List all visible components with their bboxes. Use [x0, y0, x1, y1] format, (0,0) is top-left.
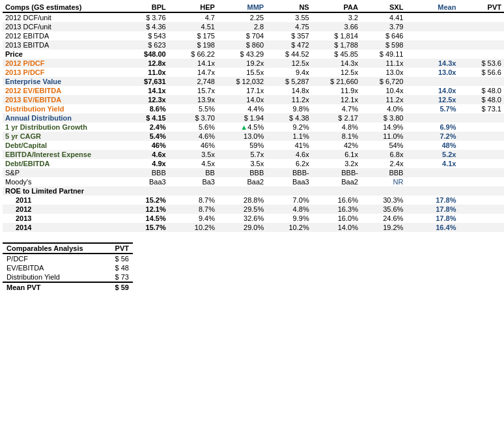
- row-value: [406, 22, 458, 31]
- row-value: [458, 223, 504, 232]
- row-value: 4.8%: [312, 123, 361, 132]
- row-value: 14.8x: [266, 86, 311, 95]
- row-value: [458, 12, 504, 22]
- row-value: 12.3x: [123, 95, 168, 104]
- row-value: $ 56.6: [458, 68, 504, 77]
- row-value: [458, 123, 504, 132]
- row-value: $ 623: [123, 40, 168, 50]
- col-header-mmp: MMP: [217, 3, 266, 12]
- row-value: $ 198: [169, 40, 217, 50]
- table-row: Debt/Capital46%46%59%41%42%54%48%: [3, 141, 504, 150]
- row-label: Moody's: [3, 177, 123, 186]
- row-value: [458, 132, 504, 141]
- row-value: 48%: [406, 141, 458, 150]
- row-value: 12.5x: [312, 68, 361, 77]
- row-label: 5 yr CAGR: [3, 132, 123, 141]
- row-value: Ba3: [169, 177, 217, 186]
- row-value: 16.6%: [312, 196, 361, 205]
- row-value: 11.2x: [361, 95, 406, 104]
- row-value: 46%: [123, 141, 168, 150]
- row-value: $ 73.1: [458, 104, 504, 113]
- row-value: 35.6%: [361, 205, 406, 214]
- row-value: 6.1x: [312, 150, 361, 159]
- row-value: $ 1,814: [312, 31, 361, 40]
- row-value: 14.0%: [312, 223, 361, 232]
- row-value: 15.2%: [123, 196, 168, 205]
- row-value: [406, 168, 458, 177]
- row-value: 4.75: [266, 22, 311, 31]
- small-table-header: Comparables Analysis PVT: [3, 243, 133, 254]
- row-value: 14.1x: [169, 59, 217, 68]
- row-value: $7,631: [123, 77, 168, 86]
- row-value: [406, 40, 458, 50]
- row-label: Debt/EBITDA: [3, 159, 123, 168]
- row-value: 4.6x: [266, 150, 311, 159]
- row-value: 9.4x: [266, 68, 311, 77]
- row-value: $ 48.0: [458, 86, 504, 95]
- row-label: 2012: [3, 205, 123, 214]
- row-value: $ 48.0: [458, 95, 504, 104]
- row-value: $ 3.80: [361, 113, 406, 123]
- table-row: Annual Distribution$ 4.15$ 3.70$ 1.94$ 4…: [3, 113, 504, 123]
- row-value: 4.8%: [266, 205, 311, 214]
- table-row: 201212.1%8.7%29.5%4.8%16.3%35.6%17.8%: [3, 205, 504, 214]
- row-value: 29.5%: [217, 205, 266, 214]
- small-row-label: Mean PVT: [3, 282, 87, 292]
- row-value: $ 704: [217, 31, 266, 40]
- row-value: 4.6%: [169, 132, 217, 141]
- row-value: 12.1%: [123, 205, 168, 214]
- row-value: 3.5x: [217, 159, 266, 168]
- col-header-sxl: SXL: [361, 3, 406, 12]
- row-value: 8.7%: [169, 205, 217, 214]
- row-value: $ 4.38: [266, 113, 311, 123]
- small-table-row: Mean PVT$ 59: [3, 282, 133, 292]
- row-value: [458, 168, 504, 177]
- table-row: 201115.2%8.7%28.8%7.0%16.6%30.3%17.8%: [3, 196, 504, 205]
- row-value: 5.2x: [406, 150, 458, 159]
- row-value: Baa3: [266, 177, 311, 186]
- col-header-pvt: PVT: [458, 3, 504, 12]
- row-value: BBB-: [266, 168, 311, 177]
- row-label: Enterprise Value: [3, 77, 123, 86]
- row-value: [458, 205, 504, 214]
- row-value: 13.0x: [406, 68, 458, 77]
- table-row: Distribution Yield8.6%5.5%4.4%9.8%4.7%4.…: [3, 104, 504, 113]
- small-col-pvt: PVT: [87, 243, 133, 254]
- row-value: 4.41: [361, 12, 406, 22]
- row-value: 3.2x: [312, 159, 361, 168]
- row-value: 8.1%: [312, 132, 361, 141]
- row-value: 11.2x: [266, 95, 311, 104]
- small-row-value: $ 56: [87, 254, 133, 263]
- row-label: EBITDA/Interest Expense: [3, 150, 123, 159]
- row-value: 14.5%: [123, 214, 168, 223]
- row-value: 4.4%: [217, 104, 266, 113]
- table-row: Enterprise Value$7,6312,748$ 12,032$ 5,2…: [3, 77, 504, 86]
- row-value: 4.51: [169, 22, 217, 31]
- row-label: ROE to Limited Partner: [3, 186, 123, 196]
- row-label: 2014: [3, 223, 123, 232]
- row-value: 28.8%: [217, 196, 266, 205]
- col-header-hep: HEP: [169, 3, 217, 12]
- row-value: 11.1x: [361, 59, 406, 68]
- row-value: $ 357: [266, 31, 311, 40]
- row-value: $ 21,660: [312, 77, 361, 86]
- table-row: 2013 DCF/unit$ 4.364.512.84.753.663.79: [3, 22, 504, 31]
- row-value: [458, 186, 504, 196]
- row-value: 13.0%: [217, 132, 266, 141]
- table-row: 5 yr CAGR5.4%4.6%13.0%1.1%8.1%11.0%7.2%: [3, 132, 504, 141]
- row-value: 3.79: [361, 22, 406, 31]
- row-value: BBB-: [312, 168, 361, 177]
- row-value: $ 12,032: [217, 77, 266, 86]
- row-value: $ 2.17: [312, 113, 361, 123]
- small-row-value: $ 73: [87, 272, 133, 282]
- row-label: 2012 EBITDA: [3, 31, 123, 40]
- row-value: 17.8%: [406, 196, 458, 205]
- row-value: 8.7%: [169, 196, 217, 205]
- row-value: 2,748: [169, 77, 217, 86]
- row-value: $48.00: [123, 50, 168, 59]
- row-value: 41%: [266, 141, 311, 150]
- table-header: Comps (GS estimates) BPL HEP MMP NS PAA …: [3, 3, 504, 12]
- row-value: $ 543: [123, 31, 168, 40]
- row-value: 5.7%: [406, 104, 458, 113]
- comparables-table: Comparables Analysis PVT P/DCF$ 56EV/EBI…: [3, 242, 133, 292]
